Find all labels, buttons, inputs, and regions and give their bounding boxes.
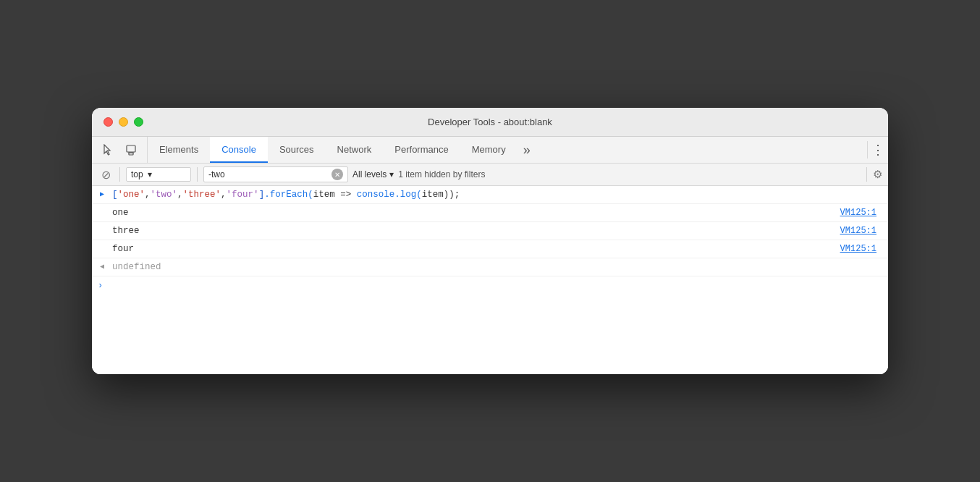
tabs: Elements Console Sources Network Perform… [148,137,867,163]
foreach-call: .forEach( [264,190,313,200]
undefined-value: undefined [112,261,882,274]
inspect-element-button[interactable] [98,140,118,160]
devtools-content: Elements Console Sources Network Perform… [92,137,888,374]
toolbar-separator-1 [119,167,120,182]
console-output: ▶ ['one','two','three','four'].forEach(i… [92,186,888,374]
window-title: Developer Tools - about:blank [428,117,552,127]
traffic-lights [104,117,143,127]
console-log: console.log( [357,190,422,200]
levels-selector[interactable]: All levels ▾ [352,169,394,179]
code-line: ['one','two','three','four'].forEach(ite… [112,190,460,200]
output-row-three: three VM125:1 [92,222,888,240]
context-selector[interactable]: top ▾ [126,167,191,182]
source-link-four[interactable]: VM125:1 [840,242,882,254]
prompt-line: › [92,276,888,295]
title-bar: Developer Tools - about:blank [92,108,888,137]
row-spacer-2 [92,224,112,226]
output-four: four [112,242,840,255]
devtools-menu-button[interactable]: ⋮ [868,137,888,163]
console-toolbar: ⊘ top ▾ ✕ All levels ▾ 1 item hidden by … [92,164,888,186]
toolbar-icons [92,137,148,163]
undefined-row: ◀ undefined [92,258,888,276]
more-tabs-button[interactable]: » [518,137,536,163]
code-execution-row: ▶ ['one','two','three','four'].forEach(i… [92,186,888,204]
console-input[interactable] [109,281,882,291]
svg-rect-1 [127,145,135,152]
tab-sources[interactable]: Sources [268,137,326,163]
tab-network[interactable]: Network [326,137,384,163]
console-settings-button[interactable]: ⚙ [873,168,882,181]
bracket-open: [ [112,190,118,200]
source-link-one[interactable]: VM125:1 [840,206,882,218]
context-dropdown-arrow: ▾ [148,169,152,179]
device-icon [125,144,137,156]
output-row-four: four VM125:1 [92,240,888,258]
filter-input[interactable] [208,169,331,179]
output-one: one [112,206,840,219]
tab-bar: Elements Console Sources Network Perform… [92,137,888,164]
hidden-items-info: 1 item hidden by filters [398,169,861,179]
row-spacer-1 [92,206,112,208]
filter-input-wrap: ✕ [203,166,348,182]
row-spacer-3 [92,242,112,244]
output-row-one: one VM125:1 [92,204,888,222]
output-three: three [112,224,840,237]
toolbar-separator-3 [866,167,867,182]
code-content: ['one','two','three','four'].forEach(ite… [112,188,882,201]
string-three: 'three' [183,190,221,200]
tab-performance[interactable]: Performance [383,137,460,163]
source-link-three[interactable]: VM125:1 [840,224,882,236]
bracket-close: ] [259,190,265,200]
cursor-icon [102,144,114,156]
levels-arrow: ▾ [389,169,394,179]
string-four: 'four' [227,190,259,200]
tab-elements[interactable]: Elements [148,137,210,163]
clear-console-button[interactable]: ⊘ [98,166,114,182]
string-one: 'one' [118,190,145,200]
maximize-button[interactable] [134,117,143,127]
prompt-arrow: › [98,281,103,291]
svg-marker-0 [104,145,110,155]
tab-console[interactable]: Console [210,137,268,163]
minimize-button[interactable] [119,117,128,127]
clear-filter-button[interactable]: ✕ [331,169,343,180]
device-toolbar-button[interactable] [121,140,141,160]
string-two: 'two' [151,190,178,200]
return-arrow: ◀ [92,261,112,271]
expand-arrow[interactable]: ▶ [92,188,112,198]
close-button[interactable] [104,117,113,127]
toolbar-separator-2 [197,167,198,182]
tab-memory[interactable]: Memory [460,137,518,163]
devtools-window: Developer Tools - about:blank [92,108,888,374]
